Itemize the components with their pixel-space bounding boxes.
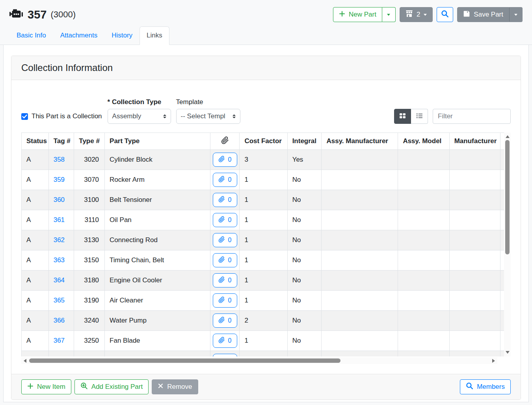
horizontal-scrollbar-thumb[interactable] bbox=[29, 358, 340, 363]
cost-factor-cell: 1 bbox=[240, 230, 287, 250]
members-button[interactable]: Members bbox=[460, 379, 511, 394]
attachments-count: 0 bbox=[228, 196, 232, 203]
tab-history[interactable]: History bbox=[104, 26, 140, 45]
add-existing-part-button[interactable]: Add Existing Part bbox=[74, 379, 149, 394]
status-cell: A bbox=[22, 190, 49, 210]
attachments-cell: 0 bbox=[210, 250, 240, 271]
scroll-left-arrow[interactable] bbox=[24, 359, 26, 363]
tag-cell: 365 bbox=[48, 291, 74, 311]
assy-model-cell bbox=[398, 230, 449, 250]
integral-cell: No bbox=[287, 271, 322, 291]
attachments-cell: 0 bbox=[210, 150, 240, 170]
header-actions: New Part 2 bbox=[333, 7, 523, 22]
attachments-count: 0 bbox=[228, 297, 232, 304]
truncated-cell bbox=[500, 271, 504, 291]
paperclip-icon bbox=[218, 337, 225, 345]
tag-link[interactable]: 362 bbox=[54, 236, 65, 244]
col-header-type: Type # bbox=[74, 133, 105, 150]
table-header-row: Status Tag # Type # Part Type Cost Facto… bbox=[22, 133, 504, 150]
tag-link[interactable]: 366 bbox=[54, 317, 65, 324]
paperclip-icon bbox=[218, 317, 225, 325]
part-type-cell bbox=[105, 351, 210, 357]
assy-manufacturer-cell bbox=[322, 331, 398, 351]
col-header-cost-factor: Cost Factor bbox=[240, 133, 287, 150]
caret-down-icon bbox=[387, 14, 390, 16]
grid-view-toggle[interactable] bbox=[394, 109, 411, 124]
tag-cell: 364 bbox=[48, 271, 74, 291]
attachments-button[interactable]: 0 bbox=[213, 173, 237, 187]
attachments-button[interactable]: 0 bbox=[213, 253, 237, 267]
assy-model-cell bbox=[398, 311, 449, 331]
attachments-button[interactable]: 0 bbox=[213, 314, 237, 328]
select-arrows-icon bbox=[233, 114, 236, 119]
truncated-cell bbox=[500, 351, 504, 357]
tab-links[interactable]: Links bbox=[140, 26, 169, 45]
attachments-button[interactable]: 0 bbox=[213, 213, 237, 227]
part-type-cell: Water Pump bbox=[105, 311, 210, 331]
new-part-dropdown-toggle[interactable] bbox=[382, 7, 396, 22]
tag-link[interactable]: 365 bbox=[54, 297, 65, 304]
plus-icon bbox=[27, 383, 33, 391]
table-row: A 362 3130 Connecting Rod 0 1 No bbox=[22, 230, 504, 250]
template-select[interactable]: -- Select Templ bbox=[176, 109, 240, 124]
new-item-button[interactable]: New Item bbox=[21, 379, 71, 394]
tag-link[interactable]: 364 bbox=[54, 276, 65, 284]
tag-link[interactable]: 367 bbox=[54, 337, 65, 344]
attachments-button[interactable]: 0 bbox=[213, 273, 237, 287]
tab-basic-info[interactable]: Basic Info bbox=[9, 26, 53, 45]
assy-model-cell bbox=[398, 331, 449, 351]
col-header-attachments bbox=[210, 133, 240, 150]
attachments-count: 0 bbox=[228, 216, 232, 224]
tab-attachments[interactable]: Attachments bbox=[53, 26, 105, 45]
save-icon bbox=[463, 10, 470, 19]
tag-link[interactable]: 359 bbox=[54, 176, 65, 183]
select-arrows-icon bbox=[163, 114, 166, 119]
page-title: 357 bbox=[28, 8, 47, 21]
new-part-button[interactable]: New Part bbox=[333, 7, 382, 22]
grid-view-icon bbox=[399, 112, 406, 120]
type-cell: 3150 bbox=[74, 250, 105, 271]
attachments-button[interactable]: 0 bbox=[213, 193, 237, 207]
tag-link[interactable]: 363 bbox=[54, 256, 65, 264]
tag-link[interactable]: 360 bbox=[54, 196, 65, 203]
collection-type-select[interactable]: Assembly bbox=[108, 109, 171, 124]
status-cell: A bbox=[22, 311, 49, 331]
search-plus-icon bbox=[80, 382, 88, 392]
paperclip-icon bbox=[218, 236, 225, 244]
collection-checkbox-group[interactable]: This Part is a Collection bbox=[21, 112, 102, 120]
table-row bbox=[22, 351, 504, 357]
collection-checkbox-label: This Part is a Collection bbox=[32, 112, 102, 120]
integral-cell: No bbox=[287, 291, 322, 311]
view-toggle-group bbox=[394, 109, 428, 124]
attachments-button[interactable]: 0 bbox=[213, 153, 237, 167]
save-part-button[interactable]: Save Part bbox=[457, 7, 509, 22]
integral-cell: No bbox=[287, 331, 322, 351]
scroll-down-arrow[interactable] bbox=[506, 351, 510, 354]
scroll-up-arrow[interactable] bbox=[506, 135, 510, 138]
manufacturer-cell bbox=[449, 311, 500, 331]
collection-type-value: Assembly bbox=[112, 112, 141, 120]
filter-input[interactable] bbox=[433, 109, 511, 124]
attachments-button[interactable]: 0 bbox=[213, 334, 237, 348]
attachments-button[interactable]: 0 bbox=[213, 293, 237, 308]
scroll-right-arrow[interactable] bbox=[492, 359, 495, 363]
tag-link[interactable]: 358 bbox=[54, 156, 65, 163]
save-part-dropdown-toggle[interactable] bbox=[509, 7, 523, 22]
attachments-count: 0 bbox=[228, 176, 232, 183]
manufacturer-cell bbox=[449, 291, 500, 311]
attachments-button[interactable] bbox=[213, 354, 237, 356]
collection-checkbox[interactable] bbox=[21, 113, 28, 120]
search-button[interactable] bbox=[437, 7, 453, 22]
col-header-tag: Tag # bbox=[48, 133, 74, 150]
col-header-part-type: Part Type bbox=[105, 133, 210, 150]
tag-link[interactable]: 361 bbox=[54, 216, 65, 224]
engine-icon bbox=[9, 9, 24, 21]
basket-button[interactable]: 2 bbox=[400, 7, 433, 22]
vertical-scrollbar-thumb[interactable] bbox=[505, 140, 510, 254]
remove-button[interactable]: Remove bbox=[152, 379, 198, 394]
part-type-cell: Timing Chain, Belt bbox=[105, 250, 210, 271]
truncated-cell bbox=[500, 250, 504, 271]
attachments-button[interactable]: 0 bbox=[213, 233, 237, 247]
cost-factor-cell: 2 bbox=[240, 311, 287, 331]
list-view-toggle[interactable] bbox=[411, 109, 428, 124]
